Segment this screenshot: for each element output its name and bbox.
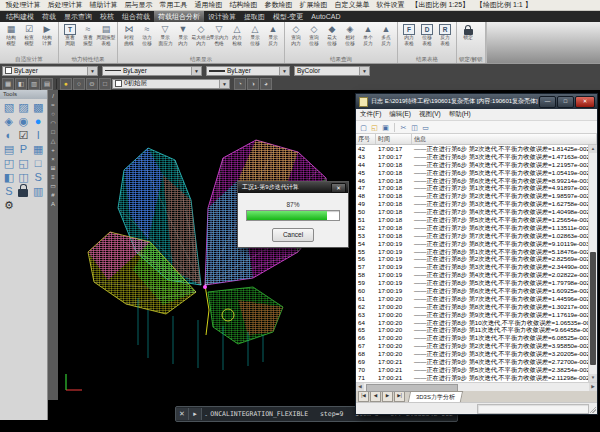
layers-icon[interactable]: ▤ — [2, 143, 16, 156]
log-tool-icon[interactable]: ▢ — [359, 123, 368, 132]
menu-item[interactable]: 层与显示 — [121, 0, 156, 10]
module-tab[interactable]: 提取图 — [240, 11, 269, 22]
module-tab[interactable]: 显示查询 — [60, 11, 96, 22]
maximize-button[interactable]: □ — [557, 96, 574, 108]
log-row[interactable]: 5917:00:19——正在进行第8步 第5次迭代,不平衡力收敛误差=1.797… — [356, 279, 589, 287]
vertical-scrollbar[interactable]: ▲ ▼ — [588, 145, 597, 382]
menu-item[interactable]: 辅助计算 — [86, 0, 121, 10]
chevron-down-icon[interactable]: ▼ — [219, 80, 229, 88]
layer-tool-icon[interactable]: ▦ — [2, 78, 14, 90]
draw-tool-icon[interactable]: ≡ — [51, 173, 55, 182]
log-row[interactable]: 5017:00:18——正在进行第7步 第4次迭代,不平衡力收敛误差=1.404… — [356, 208, 589, 216]
ribbon-button[interactable]: △内力检核 — [228, 23, 246, 56]
log-row[interactable]: 4417:00:18——正在进行第6步 第4次迭代,不平衡力收敛误差=1.219… — [356, 161, 589, 169]
log-row[interactable]: 4517:00:18——正在进行第6步 第5次迭代,不平衡力收敛误差=1.054… — [356, 169, 589, 177]
box-icon[interactable]: ▧ — [2, 101, 16, 114]
plate-icon[interactable]: P — [17, 143, 31, 156]
ribbon-button[interactable]: ≈查看振型 — [79, 23, 97, 56]
log-row[interactable]: 7017:00:21——正在进行第9步 第5次迭代,不平衡力收敛误差=2.382… — [356, 366, 589, 374]
ribbon-button[interactable]: D位移表格 — [418, 23, 436, 56]
layer-state-icon[interactable]: ○ — [73, 78, 85, 90]
log-menu-item[interactable]: 编辑(E) — [385, 110, 415, 119]
menu-item[interactable]: 预处理计算 — [2, 0, 44, 10]
log-row[interactable]: 6017:00:19——正在进行第8步 第6次迭代,不平衡力收敛误差=1.609… — [356, 287, 589, 295]
ribbon-button[interactable]: ◇查询内力 — [287, 23, 305, 56]
region-icon[interactable]: ◉ — [17, 115, 31, 128]
module-tab[interactable]: 校核 — [96, 11, 118, 22]
layer-tool-icon[interactable]: ◑ — [247, 78, 259, 90]
table-icon[interactable]: ▥ — [31, 185, 45, 198]
layer-tool-icon[interactable]: ◔ — [234, 78, 246, 90]
ribbon-button[interactable]: ▦结构模型 — [2, 23, 20, 56]
log-menu-item[interactable]: 视图(V) — [415, 110, 445, 119]
log-row[interactable]: 4217:00:17——正在进行第6步 第2次迭代,不平衡力收敛误差=1.814… — [356, 145, 589, 153]
menu-item[interactable]: 扩展绘图 — [296, 0, 331, 10]
scroll-left-icon[interactable]: ◀ — [356, 383, 364, 391]
layer-state-icon[interactable]: □ — [99, 78, 111, 90]
draw-tool-icon[interactable]: ⊞ — [50, 164, 55, 173]
corner-icon[interactable]: ◰ — [2, 157, 16, 170]
resize-grip[interactable] — [589, 406, 596, 413]
layer-state-icon[interactable]: ● — [60, 78, 72, 90]
module-tab[interactable]: 模型-变更 — [269, 11, 307, 22]
lineweight-combo[interactable]: ByLayer ▼ — [206, 66, 290, 76]
spline-icon[interactable]: S — [2, 185, 16, 198]
draw-tool-icon[interactable]: + — [51, 146, 55, 155]
cancel-button[interactable]: Cancel — [272, 228, 314, 242]
close-icon[interactable]: ✕ — [331, 183, 346, 193]
ribbon-button[interactable]: ▤周期振型表格 — [97, 23, 115, 56]
ribbon-button[interactable]: ◆最大位移 — [323, 23, 341, 56]
surface-icon[interactable]: ◐ — [2, 129, 16, 142]
menu-item[interactable]: 参数绘图 — [261, 0, 296, 10]
ribbon-button[interactable]: R反力表格 — [436, 23, 454, 56]
square-icon[interactable]: □ — [31, 157, 45, 170]
ribbon-button[interactable]: ≈动力位移 — [138, 23, 156, 56]
draw-tool-icon[interactable]: # — [51, 191, 54, 200]
scroll-up-icon[interactable]: ▲ — [589, 145, 597, 153]
linetype-combo[interactable]: ByLayer ▼ — [102, 66, 202, 76]
draw-tool-icon[interactable]: / — [52, 92, 54, 101]
log-menu-item[interactable]: 文件(F) — [356, 110, 385, 119]
log-row[interactable]: 6317:00:20——正在进行第8步 第9次迭代,不平衡力收敛误差=1.176… — [356, 311, 589, 319]
check-icon[interactable]: ☑ — [17, 129, 31, 142]
color-combo[interactable]: ByLayer ▼ — [2, 66, 98, 76]
log-menu-item[interactable]: 帮助(H) — [445, 110, 475, 119]
box-icon[interactable]: ▨ — [17, 101, 31, 114]
log-tool-icon[interactable]: ▭ — [421, 123, 430, 132]
ribbon-button[interactable]: ▲多点反力 — [377, 23, 395, 56]
log-tool-icon[interactable]: ◱ — [370, 123, 379, 132]
scroll-down-icon[interactable]: ▼ — [589, 374, 597, 382]
ribbon-button[interactable]: ▼显示内力 — [174, 23, 192, 56]
ribbon-button[interactable]: ▶结构计算 — [38, 23, 56, 56]
ribbon-button[interactable]: ⋈时程曲线 — [120, 23, 138, 56]
ribbon-button[interactable]: ▽显示面应力 — [156, 23, 174, 56]
ribbon-button[interactable]: ◇最大组合内力 — [192, 23, 210, 56]
tool-icon[interactable]: ▸ — [189, 408, 202, 420]
layer-combo[interactable]: 0初始层 ▼ — [112, 79, 230, 89]
tab-first-icon[interactable]: |◀ — [358, 391, 369, 402]
ribbon-button[interactable]: 锁定 — [459, 23, 477, 56]
menu-item[interactable]: 后处理计算 — [44, 0, 86, 10]
tab-last-icon[interactable]: ▶| — [394, 391, 405, 402]
log-row[interactable]: 5817:00:19——正在进行第8步 第4次迭代,不平衡力收敛误差=2.028… — [356, 271, 589, 279]
settings-icon[interactable]: ⚙ — [2, 199, 16, 212]
menu-item[interactable]: 【出图比例 1:25】 — [408, 0, 473, 10]
log-row[interactable]: 5417:00:19——正在进行第7步 第8次迭代,不平衡力收敛误差=9.101… — [356, 240, 589, 248]
layer-tool-icon[interactable]: ◕ — [260, 78, 272, 90]
solid-box-icon[interactable]: ◈ — [2, 115, 16, 128]
layer-state-icon[interactable]: ⊙ — [86, 78, 98, 90]
log-row[interactable]: 5317:00:18——正在进行第7步 第7次迭代,不平衡力收敛误差=1.028… — [356, 232, 589, 240]
ribbon-button[interactable]: ☑检查模型 — [20, 23, 38, 56]
lock-icon[interactable] — [18, 189, 28, 197]
box-icon[interactable]: ▩ — [31, 101, 45, 114]
module-tab[interactable]: 荷载 — [38, 11, 60, 22]
layer-tool-icon[interactable]: ◧ — [15, 78, 27, 90]
col-time[interactable]: 时间 — [376, 134, 412, 144]
ribbon-button[interactable]: ◇查询位移 — [305, 23, 323, 56]
log-row[interactable]: 6517:00:20——正在进行第8步 第11次迭代,不平衡力收敛误差=9.66… — [356, 326, 589, 334]
draw-tool-icon[interactable]: △ — [51, 137, 56, 146]
menu-item[interactable]: 自定义菜单 — [331, 0, 373, 10]
chevron-down-icon[interactable]: ▼ — [359, 67, 369, 75]
log-row[interactable]: 6417:00:20——正在进行第8步 第10次迭代,不平衡力收敛误差=1.06… — [356, 319, 589, 327]
ibeam-icon[interactable]: I — [31, 129, 45, 142]
